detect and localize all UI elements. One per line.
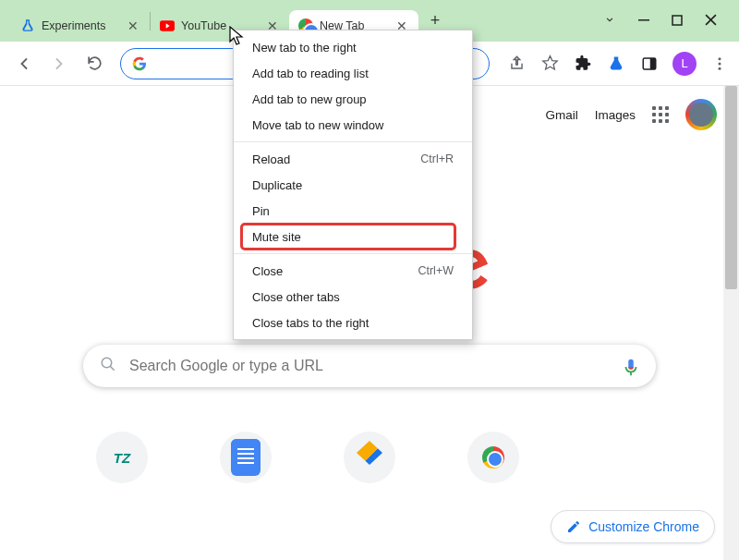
context-menu-label: Add tab to reading list: [252, 67, 369, 80]
apps-grid-icon[interactable]: [652, 106, 669, 123]
share-icon[interactable]: [506, 54, 527, 74]
minimize-icon[interactable]: [638, 14, 649, 29]
svg-point-6: [719, 62, 721, 65]
svg-rect-1: [638, 19, 649, 21]
scrollbar-thumb[interactable]: [725, 86, 737, 289]
context-menu-item[interactable]: Mute site: [234, 224, 472, 250]
customize-chrome-button[interactable]: Customize Chrome: [551, 510, 715, 543]
context-menu-item[interactable]: New tab to the right: [234, 34, 472, 60]
kebab-menu-icon[interactable]: [709, 54, 730, 74]
svg-point-7: [719, 67, 721, 69]
back-button[interactable]: [9, 49, 39, 79]
docs-icon: [231, 439, 260, 476]
chrome-icon: [482, 446, 504, 469]
svg-rect-4: [650, 58, 656, 69]
close-window-icon[interactable]: [705, 14, 717, 29]
toolbar-actions: L: [506, 52, 730, 76]
tab-label: Experiments: [42, 19, 119, 32]
context-menu-shortcut: Ctrl+W: [418, 264, 454, 277]
context-menu-label: Mute site: [252, 230, 301, 244]
shortcut-tile[interactable]: [344, 432, 395, 483]
svg-rect-2: [672, 16, 682, 25]
voice-search-icon[interactable]: [621, 357, 639, 375]
context-menu-label: Close tabs to the right: [252, 316, 369, 330]
context-menu-label: Duplicate: [252, 178, 302, 192]
context-menu-item[interactable]: Close other tabs: [234, 284, 472, 310]
search-box[interactable]: [83, 345, 656, 387]
chevron-down-icon[interactable]: [603, 13, 616, 29]
close-icon[interactable]: ✕: [126, 18, 140, 33]
context-menu-item[interactable]: Duplicate: [234, 172, 472, 198]
context-menu-label: Move tab to new window: [252, 118, 383, 132]
gmail-link[interactable]: Gmail: [545, 108, 577, 122]
flask-icon: [20, 18, 35, 33]
ntp-shortcuts: TZ: [0, 432, 739, 483]
shortcut-tile[interactable]: [220, 432, 272, 483]
vertical-scrollbar[interactable]: [723, 86, 739, 560]
context-menu-item[interactable]: Move tab to new window: [234, 112, 472, 138]
context-menu-item[interactable]: CloseCtrl+W: [234, 258, 472, 284]
account-avatar[interactable]: [685, 99, 717, 130]
tab-experiments[interactable]: Experiments ✕: [11, 10, 150, 42]
maximize-icon[interactable]: [672, 14, 683, 29]
forward-button[interactable]: [44, 49, 74, 79]
context-menu-separator: [234, 253, 472, 254]
svg-point-8: [102, 358, 112, 368]
shortcut-tile[interactable]: [467, 432, 519, 483]
labs-flask-icon[interactable]: [606, 54, 626, 74]
svg-line-9: [110, 366, 115, 371]
images-link[interactable]: Images: [595, 108, 636, 122]
context-menu-item[interactable]: Add tab to new group: [234, 86, 472, 112]
profile-avatar[interactable]: L: [672, 52, 697, 76]
tz-icon: TZ: [114, 450, 130, 466]
extensions-icon[interactable]: [573, 54, 593, 74]
context-menu-shortcut: Ctrl+R: [420, 152, 454, 165]
window-controls: [603, 0, 733, 42]
context-menu-item[interactable]: ReloadCtrl+R: [234, 146, 472, 172]
files-icon: [357, 441, 382, 474]
context-menu-label: Close: [252, 264, 283, 278]
svg-point-5: [719, 57, 721, 60]
context-menu-label: Reload: [252, 152, 290, 166]
context-menu-label: Close other tabs: [252, 290, 340, 304]
shortcut-tile[interactable]: TZ: [96, 432, 148, 483]
context-menu-label: Pin: [252, 204, 270, 218]
search-input[interactable]: [129, 358, 608, 374]
context-menu-item[interactable]: Close tabs to the right: [234, 310, 472, 335]
context-menu-separator: [234, 141, 472, 142]
context-menu-item[interactable]: Add tab to reading list: [234, 60, 472, 86]
bookmark-star-icon[interactable]: [539, 54, 560, 74]
google-g-icon: [132, 56, 147, 71]
reload-button[interactable]: [79, 49, 109, 79]
tab-context-menu: New tab to the rightAdd tab to reading l…: [233, 30, 473, 340]
context-menu-label: Add tab to new group: [252, 92, 367, 106]
search-icon: [100, 356, 116, 376]
sidepanel-icon[interactable]: [639, 54, 660, 74]
youtube-icon: [160, 18, 175, 33]
context-menu-label: New tab to the right: [252, 41, 357, 55]
context-menu-item[interactable]: Pin: [234, 198, 472, 224]
customize-chrome-label: Customize Chrome: [588, 519, 699, 534]
